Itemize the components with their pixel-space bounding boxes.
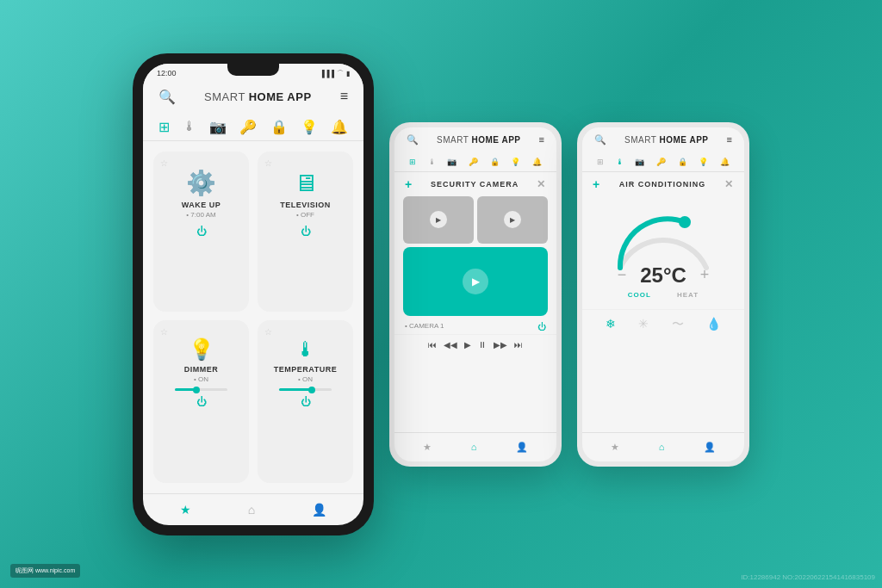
nav-camera-icon[interactable]: 📷 — [209, 119, 227, 135]
close-ac-button[interactable]: ✕ — [724, 178, 734, 190]
menu-icon[interactable]: ≡ — [340, 89, 348, 104]
power-icon-3[interactable]: ⏻ — [196, 396, 207, 408]
nav-bulb-2[interactable]: 💡 — [511, 158, 520, 166]
nav-user[interactable]: 👤 — [312, 503, 326, 517]
nav-lock-2[interactable]: 🔒 — [490, 158, 500, 166]
card-dimmer[interactable]: ☆ 💡 DIMMER • ON ⏻ — [153, 320, 249, 483]
nav-bell-2[interactable]: 🔔 — [532, 158, 542, 166]
app-header: 🔍 SMART HOME APP ≡ — [143, 80, 363, 114]
thermometer-icon: 🌡 — [295, 337, 316, 362]
power-icon-1[interactable]: ⏻ — [196, 226, 207, 238]
camera-section-header: + SECURITY CAMERA ✕ — [394, 172, 556, 196]
camera-thumb-1[interactable]: ▶ — [403, 196, 474, 244]
camera-thumbnail-grid: ▶ ▶ — [394, 196, 556, 244]
pause-icon[interactable]: ⏸ — [478, 340, 487, 350]
nav-bulb-icon[interactable]: 💡 — [301, 119, 318, 135]
menu-icon-2[interactable]: ≡ — [539, 134, 544, 145]
phone-1: 12:00 ▐▐▐ ⌒ ▮ 🔍 SMART HOME APP ≡ ⊞ 🌡 — [133, 53, 374, 535]
nav-cam-2[interactable]: 📷 — [447, 158, 457, 166]
nav-grid-2[interactable]: ⊞ — [409, 158, 416, 166]
play-btn-2[interactable]: ▶ — [504, 211, 521, 228]
fan-mode[interactable]: ✳ — [638, 317, 649, 332]
play-btn-1[interactable]: ▶ — [430, 211, 447, 228]
title-bold: HOME APP — [249, 90, 312, 103]
skip-back-icon[interactable]: ⏮ — [428, 340, 437, 350]
nav-cam-3[interactable]: 📷 — [635, 158, 644, 166]
nav-star-3[interactable]: ★ — [611, 442, 619, 453]
nav-grid-icon[interactable]: ⊞ — [158, 119, 170, 135]
snowflake-mode[interactable]: ❄ — [606, 317, 616, 332]
play-icon[interactable]: ▶ — [464, 340, 471, 350]
fast-forward-icon[interactable]: ▶▶ — [494, 340, 507, 350]
nav-star-2[interactable]: ★ — [423, 442, 432, 453]
search-icon-2[interactable]: 🔍 — [407, 134, 419, 145]
nav-bulb-3[interactable]: 💡 — [699, 158, 708, 166]
camera-label: • CAMERA 1 — [405, 322, 444, 331]
star-icon-2[interactable]: ☆ — [264, 158, 272, 168]
nav-key-icon[interactable]: 🔑 — [239, 119, 257, 135]
nav-temp-2[interactable]: 🌡 — [428, 158, 436, 166]
nav-bell-3[interactable]: 🔔 — [720, 158, 730, 166]
nav-lock-3[interactable]: 🔒 — [678, 158, 687, 166]
add-camera-button[interactable]: + — [405, 177, 413, 191]
phones-container: 12:00 ▐▐▐ ⌒ ▮ 🔍 SMART HOME APP ≡ ⊞ 🌡 — [133, 53, 749, 535]
wind-mode[interactable]: 〜 — [672, 317, 684, 332]
tv-icon: 🖥 — [294, 169, 318, 197]
nav-key-3[interactable]: 🔑 — [656, 158, 666, 166]
nav-grid-3[interactable]: ⊞ — [597, 158, 604, 166]
nav-temp-3[interactable]: 🌡 — [616, 158, 624, 166]
nav-home-2[interactable]: ⌂ — [471, 442, 477, 453]
camera-thumb-2[interactable]: ▶ — [477, 196, 548, 244]
search-icon-3[interactable]: 🔍 — [594, 134, 606, 145]
ac-modes: ❄ ✳ 〜 💧 — [582, 309, 744, 339]
nav-home[interactable]: ⌂ — [248, 503, 255, 517]
nav-user-3[interactable]: 👤 — [704, 442, 716, 453]
dimmer-icon: 💡 — [189, 337, 214, 362]
nav-user-2[interactable]: 👤 — [516, 442, 528, 453]
phone-3-screen: 🔍 SMART HOME APP ≡ ⊞ 🌡 📷 🔑 🔒 💡 🔔 + AIR C… — [582, 127, 744, 461]
main-play-button[interactable]: ▶ — [463, 269, 488, 294]
card-temperature[interactable]: ☆ 🌡 TEMPERATURE • ON ⏻ — [258, 320, 353, 483]
nav-bell-icon[interactable]: 🔔 — [331, 119, 348, 135]
nav-key-2[interactable]: 🔑 — [469, 158, 478, 166]
nav-lock-icon[interactable]: 🔒 — [270, 119, 288, 135]
search-icon[interactable]: 🔍 — [158, 89, 176, 105]
camera-main-view[interactable]: ▶ — [403, 247, 548, 316]
heat-label[interactable]: HEAT — [677, 291, 699, 299]
temp-slider[interactable] — [268, 388, 343, 391]
phone-3: 🔍 SMART HOME APP ≡ ⊞ 🌡 📷 🔑 🔒 💡 🔔 + AIR C… — [577, 122, 749, 467]
power-icon-cam[interactable]: ⏻ — [537, 322, 546, 331]
watermark: ID:12286942 NO:202206221541416835109 — [741, 573, 875, 581]
title-prefix-2: SMART — [437, 135, 471, 145]
close-camera-button[interactable]: ✕ — [537, 178, 546, 190]
nav-home-3[interactable]: ⌂ — [659, 442, 665, 453]
dimmer-slider[interactable] — [164, 388, 239, 391]
card-television[interactable]: ☆ 🖥 TELEVISION • OFF ⏻ — [258, 152, 353, 313]
wake-up-label: WAKE UP — [182, 201, 221, 209]
rewind-icon[interactable]: ◀◀ — [444, 340, 457, 350]
battery-icon: ▮ — [346, 70, 350, 77]
drop-mode[interactable]: 💧 — [706, 317, 721, 332]
ac-section-header: + AIR CONDITIONING ✕ — [582, 172, 744, 196]
temperature-dial[interactable] — [607, 203, 719, 272]
svg-point-0 — [679, 216, 691, 228]
bottom-nav-1: ★ ⌂ 👤 — [143, 493, 363, 525]
cool-label[interactable]: COOL — [628, 291, 651, 299]
power-icon-4[interactable]: ⏻ — [301, 396, 311, 408]
star-icon-3[interactable]: ☆ — [160, 327, 168, 337]
nav-temp-icon[interactable]: 🌡 — [183, 119, 196, 134]
title-prefix: SMART — [204, 90, 249, 103]
star-icon[interactable]: ☆ — [160, 158, 168, 168]
icon-nav: ⊞ 🌡 📷 🔑 🔒 💡 🔔 — [143, 114, 363, 141]
menu-icon-3[interactable]: ≡ — [727, 134, 732, 145]
card-wake-up[interactable]: ☆ ⚙️ WAKE UP • 7:00 AM ⏻ — [153, 152, 249, 313]
power-icon-2[interactable]: ⏻ — [301, 226, 311, 238]
star-icon-4[interactable]: ☆ — [264, 327, 272, 337]
camera-label-row: • CAMERA 1 ⏻ — [394, 319, 556, 334]
title-prefix-3: SMART — [624, 135, 659, 145]
skip-forward-icon[interactable]: ⏭ — [514, 340, 523, 350]
app-header-3: 🔍 SMART HOME APP ≡ — [582, 127, 744, 152]
add-ac-button[interactable]: + — [593, 177, 600, 191]
nav-star[interactable]: ★ — [180, 503, 191, 517]
app-title-3: SMART HOME APP — [624, 135, 708, 145]
